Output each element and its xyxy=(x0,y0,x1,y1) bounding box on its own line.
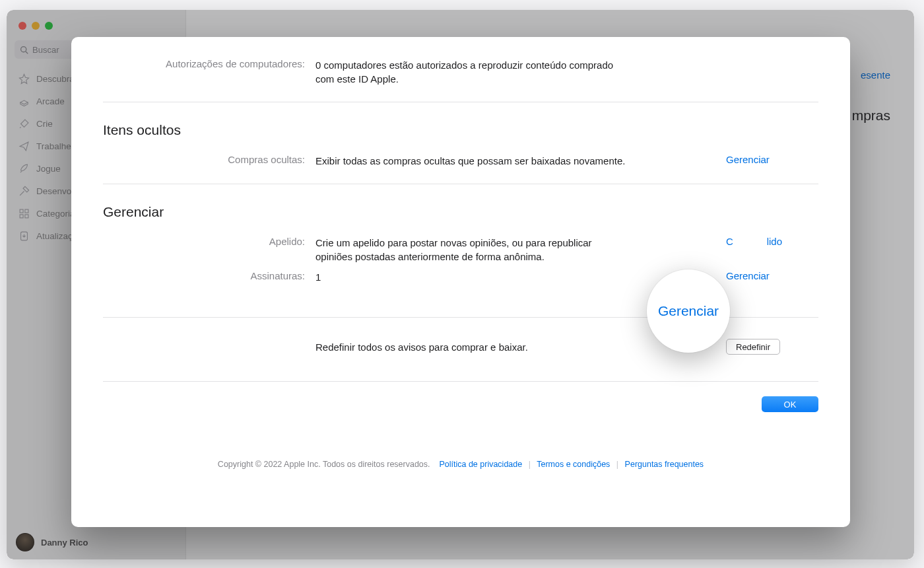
nickname-value: Crie um apelido para postar novas opiniõ… xyxy=(315,236,726,264)
divider xyxy=(103,184,818,184)
section-manage: Gerenciar xyxy=(103,204,818,220)
reset-button[interactable]: Redefinir xyxy=(726,339,780,355)
modal-footer: OK xyxy=(103,396,818,412)
nickname-label: Apelido: xyxy=(103,236,315,247)
create-nickname-link[interactable]: Criar apelido xyxy=(726,236,782,247)
row-authorizations: Autorizações de computadores: 0 computad… xyxy=(103,57,818,87)
divider xyxy=(103,381,818,382)
manage-hidden-link[interactable]: Gerenciar xyxy=(726,154,770,165)
subscriptions-label: Assinaturas: xyxy=(103,270,315,281)
authorizations-label: Autorizações de computadores: xyxy=(103,58,315,69)
account-settings-modal: Autorizações de computadores: 0 computad… xyxy=(71,37,850,527)
legal-footer: Copyright © 2022 Apple Inc. Todos os dir… xyxy=(103,460,818,469)
copyright-text: Copyright © 2022 Apple Inc. Todos os dir… xyxy=(218,460,430,469)
divider xyxy=(103,102,818,102)
faq-link[interactable]: Perguntas frequentes xyxy=(625,460,704,469)
privacy-policy-link[interactable]: Política de privacidade xyxy=(439,460,522,469)
manage-subscriptions-link[interactable]: Gerenciar xyxy=(726,270,770,281)
hidden-purchases-value: Exibir todas as compras ocultas que poss… xyxy=(315,154,726,168)
ok-button[interactable]: OK xyxy=(762,396,818,412)
authorizations-value: 0 computadores estão autorizados a repro… xyxy=(315,58,726,86)
hidden-purchases-label: Compras ocultas: xyxy=(103,154,315,165)
section-hidden-items: Itens ocultos xyxy=(103,122,818,138)
terms-link[interactable]: Termos e condições xyxy=(537,460,610,469)
zoom-callout: Gerenciar xyxy=(647,269,730,353)
zoom-callout-label: Gerenciar xyxy=(658,303,719,319)
row-nickname: Apelido: Crie um apelido para postar nov… xyxy=(103,234,818,265)
row-hidden-purchases: Compras ocultas: Exibir todas as compras… xyxy=(103,153,818,169)
